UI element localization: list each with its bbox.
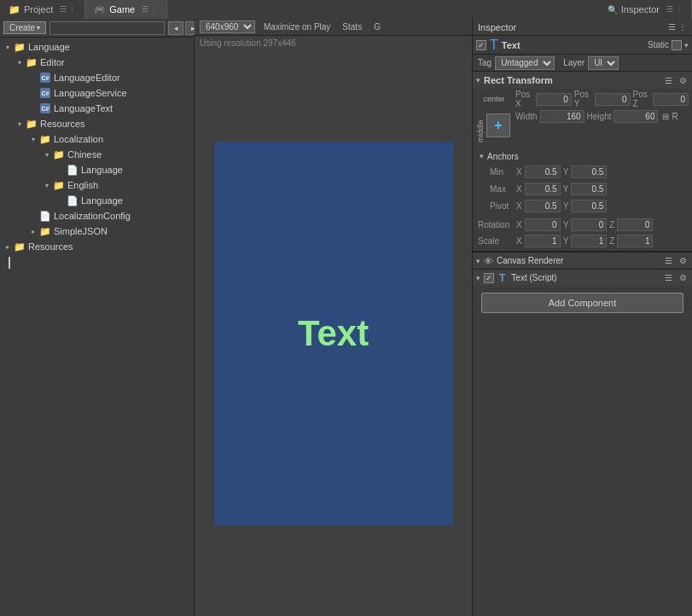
create-dropdown-icon: ▾	[37, 24, 40, 32]
stats-button[interactable]: Stats	[339, 22, 365, 32]
tab-game-menu-icon[interactable]: ☰	[142, 5, 148, 14]
tree-label-localizationconfig: LocalizationConfig	[54, 211, 131, 221]
scale-y-input[interactable]	[571, 235, 607, 247]
folder-icon-chinese: 📁	[53, 148, 65, 160]
rect-transform-fields: center middle Pos X	[473, 89, 692, 147]
tree-arrow-localization: ▾	[27, 133, 39, 145]
canvas-renderer-menu-icon[interactable]: ☰	[662, 255, 674, 267]
tree-label-chinese: Chinese	[67, 149, 102, 160]
tree-item-localization[interactable]: ▾ 📁 Localization	[0, 131, 194, 147]
middle-pivot-area: middle	[476, 107, 512, 144]
width-input[interactable]	[540, 110, 584, 123]
tree-item-resources-inner[interactable]: ▾ 📁 Resources	[0, 116, 194, 131]
pos-x-input[interactable]	[536, 93, 572, 106]
anchors-min-y-label: Y	[563, 167, 569, 177]
anchors-header[interactable]: ▾ Anchors	[478, 148, 687, 164]
scale-z-input[interactable]	[617, 235, 653, 247]
tree-arrow-le	[27, 72, 39, 84]
resolution-select[interactable]: 640x960	[200, 20, 255, 33]
inspector-menu-icon[interactable]: ☰	[666, 5, 673, 14]
tag-select[interactable]: Untagged	[495, 56, 555, 70]
text-script-menu-icon[interactable]: ☰	[662, 272, 674, 284]
component-enabled-checkbox[interactable]: ✓	[476, 40, 486, 50]
tree-item-chinese-language[interactable]: 📄 Language	[0, 162, 194, 177]
pivot-y-label: Y	[563, 201, 569, 211]
maximize-on-play-button[interactable]: Maximize on Play	[260, 22, 334, 32]
tree-item-editor[interactable]: ▾ 📁 Editor	[0, 55, 194, 70]
folder-icon-resources-inner: 📁	[26, 118, 38, 130]
cs-icon-ls: C#	[39, 87, 51, 99]
pivot-widget[interactable]	[486, 113, 510, 137]
inspector-controls: ☰ ⋮	[668, 22, 687, 32]
pivot-side: center middle	[476, 91, 512, 144]
tree-item-languagetext[interactable]: C# LanguageText	[0, 101, 194, 116]
tab-game-label: Game	[109, 4, 135, 15]
tree-label-languageservice: LanguageService	[54, 88, 127, 98]
tag-label: Tag	[478, 58, 491, 67]
tree-item-simplejson[interactable]: ▸ 📁 SimpleJSON	[0, 224, 194, 239]
rotation-x-input[interactable]	[525, 218, 561, 231]
static-dropdown[interactable]: ▾	[684, 41, 689, 49]
tab-project[interactable]: 📁 Project ☰ ⋮	[0, 0, 85, 19]
create-button[interactable]: Create ▾	[3, 21, 46, 34]
text-script-t-icon: T	[499, 272, 505, 284]
tree-item-chinese[interactable]: ▾ 📁 Chinese	[0, 147, 194, 162]
rect-transform-header[interactable]: ▾ Rect Transform ☰ ⚙	[473, 72, 692, 89]
tree-item-languageservice[interactable]: C# LanguageService	[0, 85, 194, 101]
tab-inspector[interactable]: 🔍 Inspector ☰ ⋮	[599, 0, 692, 19]
canvas-renderer-label: Canvas Renderer	[497, 256, 563, 265]
static-checkbox[interactable]	[672, 40, 682, 50]
tree-arrow-chinese-lang	[55, 164, 67, 176]
anchors-min-x-input[interactable]	[525, 166, 561, 178]
tree-item-localizationconfig[interactable]: 📄 LocalizationConfig	[0, 208, 194, 224]
tree-arrow-english-lang	[55, 195, 67, 206]
rotation-label: Rotation	[478, 220, 514, 230]
rect-transform-settings-icon[interactable]: ⚙	[677, 74, 689, 86]
project-search-input[interactable]	[49, 21, 165, 35]
tree-label-simplejson: SimpleJSON	[54, 226, 108, 236]
add-component-button[interactable]: Add Component	[481, 293, 683, 313]
pos-y-input[interactable]	[595, 93, 631, 106]
pos-row: Pos X Pos Y Pos Z	[515, 91, 689, 107]
height-input[interactable]	[613, 110, 658, 123]
tab-menu-icon[interactable]: ⋮	[68, 5, 76, 14]
gizmos-button[interactable]: G	[370, 22, 384, 32]
tree-item-languageeditor[interactable]: C# LanguageEditor	[0, 70, 194, 85]
rect-transform-menu-icon[interactable]: ☰	[662, 74, 674, 86]
resize-reset-icon[interactable]: R	[672, 112, 677, 121]
tab-controls-project: ☰ ⋮	[60, 5, 76, 14]
tab-game-dots-icon[interactable]: ⋮	[150, 5, 158, 14]
tree-item-english-language[interactable]: 📄 Language	[0, 193, 194, 208]
text-script-settings-icon[interactable]: ⚙	[677, 272, 689, 284]
rect-transform-arrow: ▾	[476, 76, 480, 84]
scale-x-input[interactable]	[525, 235, 561, 247]
eye-icon[interactable]: 👁	[484, 256, 493, 266]
nav-back-button[interactable]: ◂	[168, 21, 183, 35]
anchors-max-y-input[interactable]	[571, 183, 607, 195]
rotation-z-input[interactable]	[617, 218, 653, 231]
pos-z-input[interactable]	[653, 93, 689, 106]
canvas-renderer-settings-icon[interactable]: ⚙	[677, 255, 689, 267]
project-panel: Create ▾ ◂ ▸ ⊞ ⋯ ▾ 📁 Language ▾ 📁	[0, 19, 195, 616]
file-icon-english-lang: 📄	[67, 195, 79, 206]
inspector-menu-btn[interactable]: ☰	[668, 22, 676, 32]
tree-item-resources-top[interactable]: ▸ 📁 Resources	[0, 239, 194, 254]
tab-game[interactable]: 🎮 Game ☰ ⋮	[85, 0, 167, 19]
tree-item-english[interactable]: ▾ 📁 English	[0, 177, 194, 193]
anchors-min-y-input[interactable]	[571, 166, 607, 178]
tree-item-language[interactable]: ▾ 📁 Language	[0, 39, 194, 55]
pivot-x-input[interactable]	[525, 200, 561, 212]
pivot-y-input[interactable]	[571, 200, 607, 212]
anchors-max-x-input[interactable]	[525, 183, 561, 195]
resize-icon[interactable]: ⊞	[662, 112, 669, 121]
text-script-arrow: ▾	[476, 274, 480, 282]
inspector-dots-btn[interactable]: ⋮	[678, 22, 687, 32]
size-row: Width Height ⊞ R	[515, 108, 689, 124]
tab-lock-icon[interactable]: ☰	[60, 5, 67, 14]
anchors-min-row: Min X Y	[478, 164, 687, 179]
folder-icon-english: 📁	[53, 179, 65, 191]
rotation-y-input[interactable]	[571, 218, 607, 231]
inspector-dots-icon[interactable]: ⋮	[675, 5, 683, 14]
text-script-checkbox[interactable]: ✓	[484, 273, 494, 283]
layer-select[interactable]: UI	[588, 56, 619, 70]
